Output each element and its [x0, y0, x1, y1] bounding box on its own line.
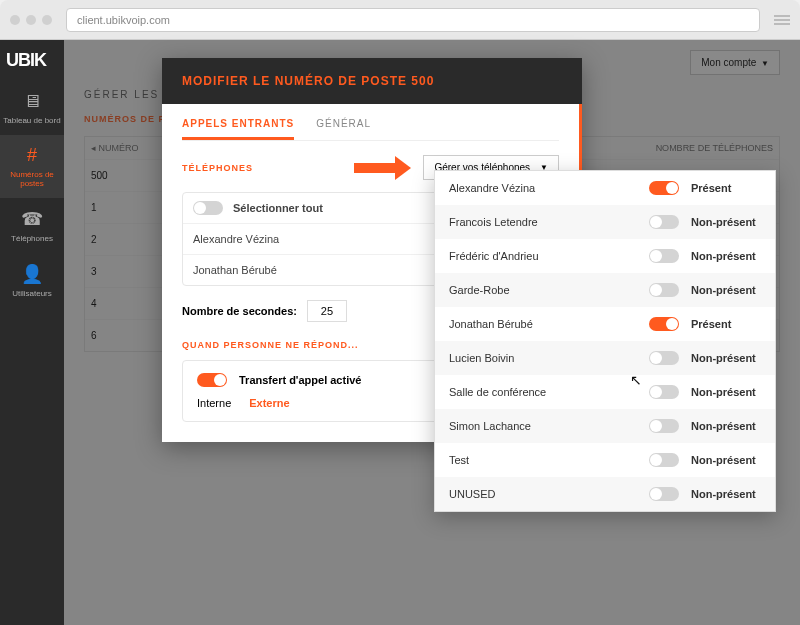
dropdown-row[interactable]: Jonathan BérubéPrésent [435, 307, 775, 341]
presence-status: Non-présent [691, 488, 761, 500]
presence-status: Non-présent [691, 386, 761, 398]
presence-toggle[interactable] [649, 351, 679, 365]
callout-arrow-icon [354, 156, 423, 180]
dropdown-name: Simon Lachance [449, 420, 637, 432]
dropdown-row[interactable]: Alexandre VézinaPrésent [435, 171, 775, 205]
presence-status: Non-présent [691, 420, 761, 432]
dropdown-name: Lucien Boivin [449, 352, 637, 364]
sidebar-item-users[interactable]: 👤 Utilisateurs [0, 253, 64, 308]
presence-toggle[interactable] [649, 283, 679, 297]
monitor-icon: 🖥 [2, 91, 62, 112]
presence-toggle[interactable] [649, 317, 679, 331]
dropdown-name: Frédéric d'Andrieu [449, 250, 637, 262]
browser-chrome: client.ubikvoip.com [0, 0, 800, 40]
hash-icon: # [2, 145, 62, 166]
sidebar-item-phones[interactable]: ☎ Téléphones [0, 198, 64, 253]
modal-tabs: APPELS ENTRANTS GÉNÉRAL [182, 118, 559, 141]
tab-general[interactable]: GÉNÉRAL [316, 118, 371, 140]
sidebar-item-extensions[interactable]: # Numéros de postes [0, 135, 64, 198]
user-icon: 👤 [2, 263, 62, 285]
chrome-dot [42, 15, 52, 25]
presence-status: Présent [691, 182, 761, 194]
select-all-toggle[interactable] [193, 201, 223, 215]
tab-incoming-calls[interactable]: APPELS ENTRANTS [182, 118, 294, 140]
phone-name: Jonathan Bérubé [193, 264, 277, 276]
presence-toggle[interactable] [649, 181, 679, 195]
presence-status: Non-présent [691, 250, 761, 262]
call-transfer-label: Transfert d'appel activé [239, 374, 361, 386]
url-bar[interactable]: client.ubikvoip.com [66, 8, 760, 32]
presence-toggle[interactable] [649, 453, 679, 467]
sidebar: UBIK 🖥 Tableau de bord # Numéros de post… [0, 40, 64, 625]
dropdown-name: Jonathan Bérubé [449, 318, 637, 330]
dropdown-name: UNUSED [449, 488, 637, 500]
dropdown-row[interactable]: Lucien BoivinNon-présent [435, 341, 775, 375]
dropdown-name: Salle de conférence [449, 386, 637, 398]
modal-title: MODIFIER LE NUMÉRO DE POSTE 500 [162, 58, 582, 104]
brand-logo: UBIK [0, 40, 64, 81]
dropdown-name: Garde-Robe [449, 284, 637, 296]
sidebar-item-dashboard[interactable]: 🖥 Tableau de bord [0, 81, 64, 135]
presence-toggle[interactable] [649, 385, 679, 399]
seconds-input[interactable] [307, 300, 347, 322]
presence-toggle[interactable] [649, 215, 679, 229]
seconds-label: Nombre de secondes: [182, 305, 297, 317]
presence-status: Non-présent [691, 284, 761, 296]
presence-toggle[interactable] [649, 487, 679, 501]
call-transfer-toggle[interactable] [197, 373, 227, 387]
dropdown-name: Alexandre Vézina [449, 182, 637, 194]
dropdown-row[interactable]: Frédéric d'AndrieuNon-présent [435, 239, 775, 273]
presence-status: Non-présent [691, 352, 761, 364]
presence-status: Non-présent [691, 216, 761, 228]
dropdown-row[interactable]: Simon LachanceNon-présent [435, 409, 775, 443]
chrome-dot [26, 15, 36, 25]
presence-status: Non-présent [691, 454, 761, 466]
select-all-label: Sélectionner tout [233, 202, 323, 214]
dropdown-row[interactable]: UNUSEDNon-présent [435, 477, 775, 511]
sidebar-item-label: Utilisateurs [12, 289, 52, 298]
presence-toggle[interactable] [649, 249, 679, 263]
phones-section-label: TÉLÉPHONES [182, 163, 253, 173]
browser-menu-icon[interactable] [774, 15, 790, 25]
presence-status: Présent [691, 318, 761, 330]
dropdown-row[interactable]: Francois LetendreNon-présent [435, 205, 775, 239]
dropdown-row[interactable]: Garde-RobeNon-présent [435, 273, 775, 307]
sidebar-item-label: Téléphones [11, 234, 53, 243]
dropdown-row[interactable]: Salle de conférenceNon-présent [435, 375, 775, 409]
phones-dropdown: Alexandre VézinaPrésentFrancois Letendre… [434, 170, 776, 512]
transfer-external[interactable]: Externe [249, 397, 289, 409]
dropdown-row[interactable]: TestNon-présent [435, 443, 775, 477]
sidebar-item-label: Tableau de bord [3, 116, 60, 125]
dropdown-name: Test [449, 454, 637, 466]
transfer-internal[interactable]: Interne [197, 397, 231, 409]
sidebar-item-label: Numéros de postes [10, 170, 54, 188]
phone-icon: ☎ [2, 208, 62, 230]
phone-name: Alexandre Vézina [193, 233, 279, 245]
chrome-dot [10, 15, 20, 25]
presence-toggle[interactable] [649, 419, 679, 433]
dropdown-name: Francois Letendre [449, 216, 637, 228]
